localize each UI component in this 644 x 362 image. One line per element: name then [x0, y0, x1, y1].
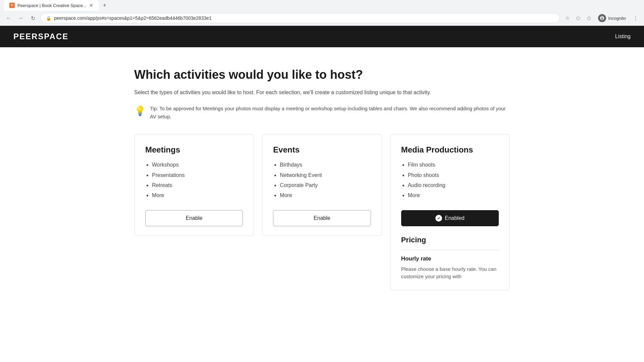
forward-icon: → — [18, 15, 23, 21]
media-productions-card-title: Media Productions — [401, 145, 499, 155]
plus-icon: + — [103, 2, 106, 9]
main-content: Which activities would you like to host?… — [121, 47, 523, 304]
events-card: Events Birthdays Networking Event Corpor… — [262, 134, 382, 236]
tip-text: Tip: To be approved for Meetings your ph… — [150, 105, 510, 121]
media-productions-enabled-button[interactable]: Enabled — [401, 210, 499, 226]
address-bar[interactable]: 🔒 peerspace.com/app/ps#s=spaces&p1=5&p2=… — [40, 13, 560, 23]
hourly-rate-description: Please choose a base hourly rate. You ca… — [401, 265, 499, 281]
list-item: Audio recording — [408, 182, 499, 189]
incognito-label: Incognito — [608, 16, 626, 21]
bookmark-icon: ☆ — [565, 15, 570, 21]
url-text: peerspace.com/app/ps#s=spaces&p1=5&p2=65… — [54, 15, 212, 21]
list-item: Film shoots — [408, 161, 499, 169]
reload-button[interactable]: ↻ — [28, 13, 38, 23]
meetings-card-title: Meetings — [145, 145, 243, 155]
list-item: Networking Event — [280, 172, 371, 179]
toolbar-actions: ☆ ⬡ ⬡ Incognito ⋮ — [562, 13, 640, 23]
forward-button[interactable]: → — [16, 13, 25, 23]
lock-icon: 🔒 — [46, 16, 51, 21]
logo[interactable]: PEERSPACE — [13, 32, 68, 41]
page-description: Select the types of activities you would… — [134, 88, 510, 97]
back-icon: ← — [6, 15, 11, 21]
reload-icon: ↻ — [31, 15, 35, 21]
list-item: More — [408, 192, 499, 199]
incognito-button[interactable]: Incognito — [595, 13, 629, 23]
list-item: More — [152, 192, 243, 199]
page-title: Which activities would you like to host? — [134, 67, 510, 82]
media-productions-card-list: Film shoots Photo shoots Audio recording… — [401, 161, 499, 199]
extensions-button[interactable]: ⬡ — [573, 13, 583, 23]
hourly-rate-label: Hourly rate — [401, 255, 499, 262]
check-circle-icon — [435, 215, 442, 222]
browser-toolbar: ← → ↻ 🔒 peerspace.com/app/ps#s=spaces&p1… — [0, 11, 644, 25]
events-enable-button[interactable]: Enable — [273, 210, 371, 226]
tab-title: Peerspace | Book Creative Space... — [17, 3, 87, 8]
back-button[interactable]: ← — [4, 13, 13, 23]
events-card-title: Events — [273, 145, 371, 155]
tip-icon: 💡 — [134, 105, 146, 116]
profile-icon: ⬡ — [587, 16, 591, 21]
list-item: Retreats — [152, 182, 243, 189]
list-item: Corporate Party — [280, 182, 371, 189]
tab-favicon: P — [9, 3, 15, 8]
incognito-avatar — [598, 14, 606, 22]
listing-nav-link[interactable]: Listing — [615, 34, 631, 40]
list-item: Photo shoots — [408, 172, 499, 179]
list-item: Presentations — [152, 172, 243, 179]
meetings-enable-button[interactable]: Enable — [145, 210, 243, 226]
tab-close-button[interactable]: ✕ — [89, 3, 93, 8]
enabled-label: Enabled — [445, 215, 465, 221]
menu-button[interactable]: ⋮ — [631, 13, 640, 23]
list-item: Workshops — [152, 161, 243, 169]
tab-bar: P Peerspace | Book Creative Space... ✕ + — [0, 0, 644, 11]
pricing-section: Pricing Hourly rate Please choose a base… — [401, 236, 499, 281]
cards-grid: Meetings Workshops Presentations Retreat… — [134, 134, 510, 290]
events-card-list: Birthdays Networking Event Corporate Par… — [273, 161, 371, 199]
app-header: PEERSPACE Listing — [0, 26, 644, 47]
list-item: More — [280, 192, 371, 199]
meetings-card-list: Workshops Presentations Retreats More — [145, 161, 243, 199]
browser-chrome: P Peerspace | Book Creative Space... ✕ +… — [0, 0, 644, 26]
list-item: Birthdays — [280, 161, 371, 169]
active-tab[interactable]: P Peerspace | Book Creative Space... ✕ — [4, 0, 99, 11]
menu-icon: ⋮ — [633, 15, 638, 21]
profile-button[interactable]: ⬡ — [584, 13, 593, 23]
new-tab-button[interactable]: + — [100, 1, 109, 10]
extensions-icon: ⬡ — [576, 16, 580, 21]
pricing-title: Pricing — [401, 236, 499, 250]
meetings-card: Meetings Workshops Presentations Retreat… — [134, 134, 254, 236]
bookmark-button[interactable]: ☆ — [562, 13, 572, 23]
tip-box: 💡 Tip: To be approved for Meetings your … — [134, 105, 510, 121]
media-productions-card: Media Productions Film shoots Photo shoo… — [390, 134, 510, 290]
